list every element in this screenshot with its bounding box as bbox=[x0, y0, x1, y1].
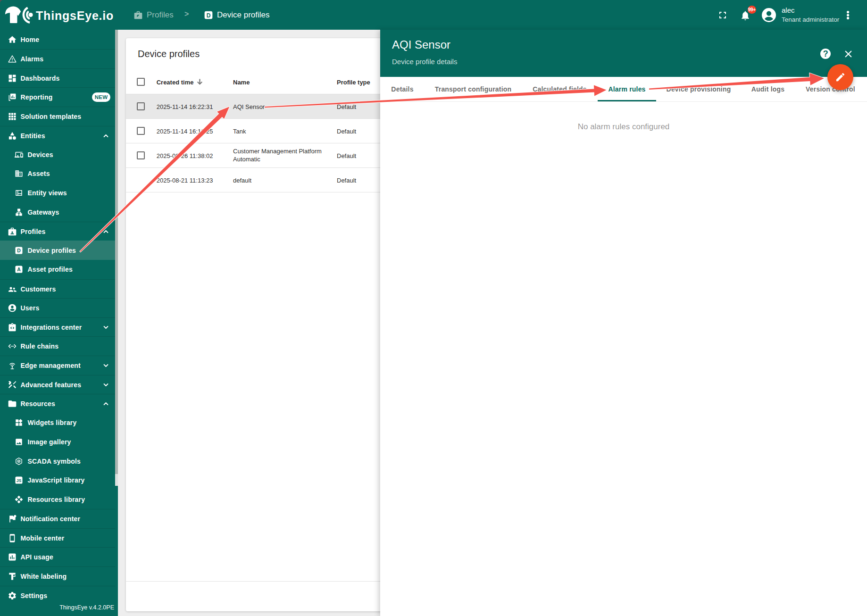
svg-text:D: D bbox=[17, 248, 21, 253]
svg-text:JS: JS bbox=[17, 478, 22, 483]
svg-text:D: D bbox=[207, 12, 211, 19]
svg-text:A: A bbox=[17, 266, 21, 272]
